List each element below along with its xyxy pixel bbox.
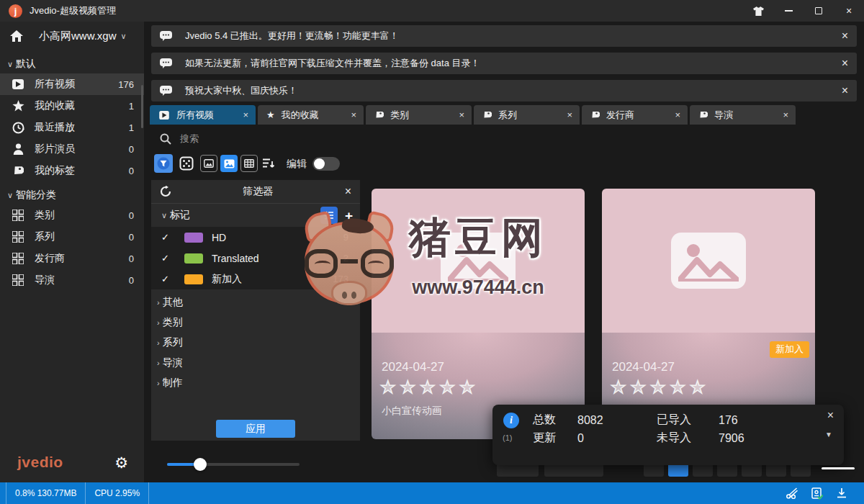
notice-banner-3: 预祝大家中秋、国庆快乐！ ×: [151, 80, 857, 102]
filter-group-label: 其他: [163, 296, 183, 309]
mark-row-translated[interactable]: ✓ Translated 2: [151, 248, 360, 269]
image-verify-button[interactable]: [805, 487, 829, 500]
chevron-right-icon: ›: [157, 318, 160, 327]
sidebar-item-director[interactable]: 导演 0: [0, 269, 144, 291]
tab-publisher[interactable]: 发行商 ×: [582, 105, 688, 125]
scan-stats: 总数 8082 已导入 176 更新 0 未导入 7906: [533, 411, 783, 447]
video-card-1[interactable]: 2024-04-27 ★★★★★ 小白宣传动画: [372, 189, 585, 439]
tab-close-icon[interactable]: ×: [243, 109, 248, 120]
apply-filter-button[interactable]: 应用: [216, 420, 295, 438]
tab-close-icon[interactable]: ×: [783, 109, 788, 120]
random-button[interactable]: [177, 154, 196, 173]
thumbnail-size-slider[interactable]: [167, 458, 300, 471]
statusbar-tools: [780, 487, 854, 500]
filter-panel: 筛选器 × ∨ 标记 + ✓ HD 9 ✓ Translated 2 ✓ 新加入: [151, 180, 360, 441]
filter-group-other[interactable]: ›其他: [151, 292, 360, 312]
sidebar-item-publisher[interactable]: 发行商 0: [0, 248, 144, 269]
sidebar-item-favorites[interactable]: 我的收藏 1: [0, 95, 144, 117]
sidebar-item-all-videos[interactable]: 所有视频 176: [0, 73, 144, 95]
filter-group-studio[interactable]: ›制作: [151, 373, 360, 393]
message-bubble-icon: [160, 58, 172, 68]
select-all-marks-button[interactable]: [320, 207, 338, 224]
new-badge: 新加入: [770, 341, 809, 358]
close-icon[interactable]: ×: [345, 185, 351, 198]
rating-stars[interactable]: ★★★★★: [611, 377, 710, 397]
mark-name: Translated: [212, 253, 259, 264]
item-count: 1: [129, 122, 134, 133]
add-mark-button[interactable]: +: [345, 209, 353, 222]
item-label: 发行商: [35, 252, 65, 265]
tab-category[interactable]: 类别 ×: [366, 105, 472, 125]
mark-row-hd[interactable]: ✓ HD 9: [151, 227, 360, 248]
video-thumbnail: [372, 189, 585, 333]
download-button[interactable]: [829, 487, 854, 499]
item-label: 导演: [35, 274, 55, 287]
tab-favorites[interactable]: ★ 我的收藏 ×: [258, 105, 364, 125]
search-input[interactable]: 搜索: [151, 130, 655, 148]
stat-label: 已导入: [657, 413, 719, 428]
tab-director[interactable]: 导演 ×: [690, 105, 796, 125]
filter-group-category[interactable]: ›类别: [151, 312, 360, 333]
close-icon[interactable]: ×: [827, 409, 834, 422]
tab-close-icon[interactable]: ×: [567, 109, 572, 120]
check-icon: ✓: [161, 232, 176, 243]
settings-gear-icon[interactable]: ⚙: [114, 455, 128, 470]
tag-icon: [12, 164, 24, 177]
close-icon[interactable]: ×: [842, 57, 848, 70]
filter-button[interactable]: [154, 154, 173, 173]
close-icon[interactable]: ×: [842, 84, 848, 97]
minimize-button[interactable]: [773, 0, 804, 22]
video-thumbnail: [602, 189, 815, 333]
close-icon[interactable]: ×: [842, 30, 848, 42]
tab-all-videos[interactable]: 所有视频 ×: [150, 105, 256, 125]
grid-icon: [12, 209, 24, 222]
mark-row-new[interactable]: ✓ 新加入 173: [151, 269, 360, 289]
expand-caret-icon[interactable]: ▼: [825, 431, 832, 438]
search-placeholder: 搜索: [180, 132, 199, 145]
view-large-image-button[interactable]: [220, 155, 238, 172]
stat-value: 0: [577, 432, 657, 445]
tab-label: 我的收藏: [282, 109, 319, 122]
horizontal-scrollbar[interactable]: [822, 467, 855, 469]
screenshot-scissors-button[interactable]: [780, 487, 805, 499]
filter-group-label: 类别: [163, 316, 183, 329]
skin-theme-button[interactable]: [743, 0, 773, 22]
sidebar-item-category[interactable]: 类别 0: [0, 204, 144, 226]
slider-thumb[interactable]: [194, 458, 207, 471]
tab-close-icon[interactable]: ×: [351, 109, 356, 120]
chevron-down-icon: ∨: [7, 191, 13, 200]
close-button[interactable]: ×: [834, 0, 864, 22]
minimize-icon: [785, 10, 793, 12]
video-title: 小白宣传动画: [382, 405, 442, 418]
refresh-icon[interactable]: [160, 186, 171, 197]
sidebar-group-smart[interactable]: ∨ 智能分类: [0, 186, 144, 204]
tab-close-icon[interactable]: ×: [675, 109, 680, 120]
sidebar-scrollbar[interactable]: [141, 85, 143, 128]
sidebar-item-tags[interactable]: 我的标签 0: [0, 160, 144, 181]
sidebar-item-recent[interactable]: 最近播放 1: [0, 117, 144, 138]
rating-stars[interactable]: ★★★★★: [380, 377, 480, 397]
grid-icon: [12, 252, 24, 265]
sidebar-item-series[interactable]: 系列 0: [0, 226, 144, 248]
item-label: 所有视频: [35, 78, 75, 91]
maximize-icon: [815, 7, 822, 14]
sort-button[interactable]: [259, 154, 278, 173]
app-window: j Jvedio-超级视频管理 × 小高网www.xgw ∨ ∨ 默认 所有视频…: [0, 0, 864, 504]
view-small-image-button[interactable]: [200, 155, 217, 172]
video-card-2[interactable]: 新加入 2024-04-27 ★★★★★: [602, 189, 815, 439]
scissors-icon: [786, 487, 799, 499]
view-table-button[interactable]: [240, 155, 258, 172]
filter-group-director[interactable]: ›导演: [151, 353, 360, 373]
chevron-right-icon: ›: [157, 359, 160, 367]
tab-close-icon[interactable]: ×: [459, 109, 464, 120]
maximize-button[interactable]: [804, 0, 834, 22]
tab-label: 系列: [498, 109, 517, 122]
color-swatch: [184, 233, 203, 243]
sidebar-item-actors[interactable]: 影片演员 0: [0, 138, 144, 160]
tab-series[interactable]: 系列 ×: [474, 105, 580, 125]
filter-group-marks[interactable]: ∨ 标记 +: [151, 204, 360, 227]
filter-group-series[interactable]: ›系列: [151, 333, 360, 353]
sidebar-group-default[interactable]: ∨ 默认: [0, 55, 144, 73]
library-selector[interactable]: 小高网www.xgw ∨: [0, 22, 144, 50]
edit-toggle[interactable]: [312, 157, 340, 171]
